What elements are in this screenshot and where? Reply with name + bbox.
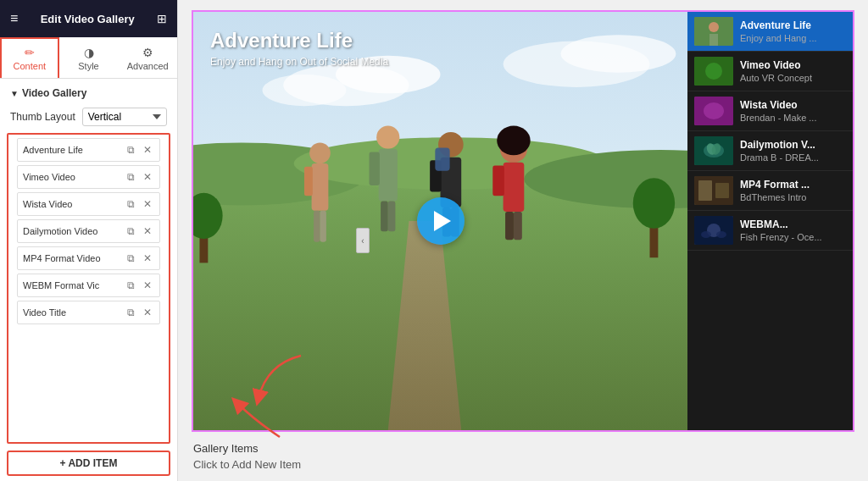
click-to-add-label: Click to Add New Item bbox=[192, 458, 854, 471]
thumbnail-subtitle: Fish Frenzy - Oce... bbox=[740, 232, 846, 242]
gallery-item-remove-btn[interactable]: ✕ bbox=[141, 279, 154, 292]
gallery-item-duplicate-btn[interactable]: ⧉ bbox=[125, 279, 137, 292]
svg-point-43 bbox=[705, 63, 722, 80]
thumbnail-item-mp4[interactable]: MP4 Format ... BdThemes Intro bbox=[687, 171, 853, 211]
tab-content[interactable]: ✏ Content bbox=[0, 37, 59, 78]
thumbnail-subtitle: Enjoy and Hang ... bbox=[740, 33, 846, 43]
thumbnail-image-adventure bbox=[694, 17, 733, 46]
thumb-layout-select[interactable]: Vertical bbox=[82, 108, 167, 126]
svg-rect-35 bbox=[492, 166, 504, 196]
hamburger-icon[interactable]: ≡ bbox=[10, 11, 18, 26]
svg-rect-18 bbox=[312, 163, 329, 211]
gallery-item-remove-btn[interactable]: ✕ bbox=[141, 306, 154, 319]
gallery-item-duplicate-btn[interactable]: ⧉ bbox=[125, 224, 137, 238]
gallery-item-duplicate-btn[interactable]: ⧉ bbox=[125, 306, 137, 319]
gallery-item-label: MP4 Format Video bbox=[23, 253, 121, 263]
gallery-item-label: Vimeo Video bbox=[23, 172, 121, 182]
section-collapse-arrow[interactable]: ▼ bbox=[10, 89, 19, 98]
list-item: MP4 Format Video ⧉ ✕ bbox=[17, 246, 160, 270]
svg-point-22 bbox=[376, 126, 399, 149]
svg-point-55 bbox=[701, 231, 711, 238]
svg-rect-26 bbox=[388, 202, 396, 232]
gallery-item-label: Dailymotion Video bbox=[23, 226, 121, 236]
list-item: Wista Video ⧉ ✕ bbox=[17, 192, 160, 216]
thumbnail-info-wista: Wista Video Brendan - Make ... bbox=[740, 99, 846, 123]
svg-point-40 bbox=[709, 22, 719, 32]
thumbnail-title: Dailymotion V... bbox=[740, 139, 846, 151]
tab-advanced-label: Advanced bbox=[127, 61, 169, 71]
thumb-svg-vimeo bbox=[694, 57, 733, 86]
svg-rect-23 bbox=[379, 149, 398, 202]
thumbnail-item-adventure[interactable]: Adventure Life Enjoy and Hang ... bbox=[687, 12, 853, 52]
thumb-svg-webm bbox=[694, 216, 733, 245]
thumbnail-image-webm bbox=[694, 216, 733, 245]
list-item: Vimeo Video ⧉ ✕ bbox=[17, 165, 160, 189]
thumbnail-info-vimeo: Vimeo Video Auto VR Concept bbox=[740, 59, 846, 83]
thumbnail-item-webm[interactable]: WEBMA... Fish Frenzy - Oce... bbox=[687, 211, 853, 251]
list-item: Adventure Life ⧉ ✕ bbox=[17, 138, 160, 162]
thumbnail-subtitle: Auto VR Concept bbox=[740, 73, 846, 83]
svg-rect-41 bbox=[709, 34, 718, 46]
thumbnail-title: Adventure Life bbox=[740, 19, 846, 31]
gallery-item-remove-btn[interactable]: ✕ bbox=[141, 224, 154, 238]
tabs-row: ✏ Content ◑ Style ⚙ Advanced bbox=[0, 37, 177, 79]
svg-point-16 bbox=[633, 178, 675, 228]
sidebar-collapse-handle[interactable]: ‹ bbox=[356, 228, 370, 253]
gallery-item-label: Video Title bbox=[23, 307, 121, 318]
thumbnail-item-vimeo[interactable]: Vimeo Video Auto VR Concept bbox=[687, 52, 853, 91]
add-item-area: + ADD ITEM bbox=[0, 444, 177, 481]
svg-point-33 bbox=[497, 126, 531, 156]
thumbnail-subtitle: BdThemes Intro bbox=[740, 192, 846, 202]
svg-rect-36 bbox=[505, 212, 514, 240]
sidebar-header: ≡ Edit Video Gallery ⊞ bbox=[0, 0, 177, 37]
svg-rect-25 bbox=[381, 202, 388, 232]
gallery-item-remove-btn[interactable]: ✕ bbox=[141, 143, 154, 157]
svg-rect-19 bbox=[304, 167, 313, 196]
thumbnail-item-wista[interactable]: Wista Video Brendan - Make ... bbox=[687, 91, 853, 131]
gallery-list: Adventure Life ⧉ ✕ Vimeo Video ⧉ ✕ Wista… bbox=[7, 133, 170, 444]
video-subtitle: Enjoy and Hang on Out of Social Media bbox=[210, 56, 388, 68]
video-main[interactable]: Adventure Life Enjoy and Hang on Out of … bbox=[193, 12, 687, 430]
sidebar-title: Edit Video Gallery bbox=[41, 13, 135, 25]
gallery-item-duplicate-btn[interactable]: ⧉ bbox=[125, 143, 137, 157]
thumbnail-title: Vimeo Video bbox=[740, 59, 846, 71]
svg-point-56 bbox=[716, 231, 726, 238]
section-label: Video Gallery bbox=[22, 87, 86, 99]
thumbnail-title: Wista Video bbox=[740, 99, 846, 111]
svg-rect-37 bbox=[514, 212, 522, 240]
gallery-item-duplicate-btn[interactable]: ⧉ bbox=[125, 252, 137, 265]
thumbnail-sidebar: Adventure Life Enjoy and Hang ... Vimeo … bbox=[687, 12, 853, 430]
video-background: Adventure Life Enjoy and Hang on Out of … bbox=[193, 12, 687, 430]
gallery-preview: Adventure Life Enjoy and Hang on Out of … bbox=[192, 10, 854, 432]
svg-point-45 bbox=[704, 102, 724, 119]
svg-rect-38 bbox=[435, 148, 449, 171]
gallery-item-remove-btn[interactable]: ✕ bbox=[141, 197, 154, 211]
svg-rect-21 bbox=[320, 211, 326, 242]
gallery-item-remove-btn[interactable]: ✕ bbox=[141, 170, 154, 184]
tab-style[interactable]: ◑ Style bbox=[59, 37, 119, 78]
add-item-button[interactable]: + ADD ITEM bbox=[7, 451, 170, 476]
style-tab-icon: ◑ bbox=[84, 46, 94, 59]
gallery-item-duplicate-btn[interactable]: ⧉ bbox=[125, 170, 137, 184]
play-button[interactable] bbox=[417, 197, 465, 245]
thumb-layout-row: Thumb Layout Vertical bbox=[0, 104, 177, 133]
gallery-item-remove-btn[interactable]: ✕ bbox=[141, 252, 154, 265]
svg-rect-34 bbox=[504, 163, 525, 212]
list-item: WEBM Format Vic ⧉ ✕ bbox=[17, 274, 160, 297]
tab-style-label: Style bbox=[78, 61, 98, 71]
grid-icon[interactable]: ⊞ bbox=[157, 12, 167, 25]
svg-point-3 bbox=[263, 75, 347, 106]
svg-point-5 bbox=[561, 35, 676, 72]
thumb-layout-label: Thumb Layout bbox=[10, 111, 75, 123]
thumbnail-image-vimeo bbox=[694, 57, 733, 86]
gallery-item-duplicate-btn[interactable]: ⧉ bbox=[125, 197, 137, 211]
list-item: Video Title ⧉ ✕ bbox=[17, 301, 160, 324]
thumb-svg-adventure bbox=[694, 17, 733, 46]
tab-advanced[interactable]: ⚙ Advanced bbox=[118, 37, 177, 78]
video-title: Adventure Life bbox=[210, 29, 388, 53]
thumbnail-item-dailymotion[interactable]: Dailymotion V... Drama B - DREA... bbox=[687, 131, 853, 171]
thumb-svg-wista bbox=[694, 97, 733, 125]
gallery-item-label: Wista Video bbox=[23, 199, 121, 209]
video-overlay-text: Adventure Life Enjoy and Hang on Out of … bbox=[210, 29, 388, 68]
tab-content-label: Content bbox=[14, 61, 47, 71]
